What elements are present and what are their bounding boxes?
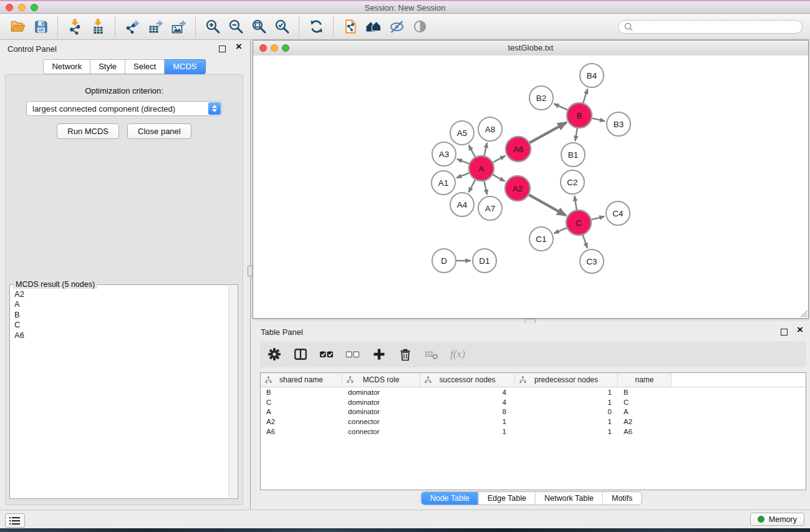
show-graphics-details-button[interactable] (408, 16, 432, 38)
close-table-panel-icon[interactable]: × (797, 324, 803, 336)
close-panel-button[interactable]: Close panel (127, 123, 191, 139)
mcds-result-item[interactable]: A6 (14, 331, 224, 341)
table-cell[interactable]: 1 (515, 387, 618, 397)
mcds-result-item[interactable]: A (14, 299, 224, 309)
resize-grip-icon[interactable] (799, 309, 808, 317)
zoom-out-button[interactable] (224, 16, 248, 38)
table-row[interactable]: Adominator80A (261, 407, 806, 417)
search-box[interactable] (618, 20, 803, 34)
tab-network[interactable]: Network (43, 59, 90, 74)
tab-network-table[interactable]: Network Table (535, 492, 602, 505)
graph-edge-B-B3[interactable] (592, 118, 605, 122)
table-cell[interactable]: dominator (342, 407, 420, 417)
mcds-result-item[interactable]: C (14, 320, 224, 330)
save-session-button[interactable] (29, 16, 52, 38)
table-cell[interactable]: 1 (515, 427, 618, 437)
graph-edge-A2-C[interactable] (529, 195, 566, 215)
table-cell[interactable]: 4 (420, 397, 515, 407)
graph-edge-B-B1[interactable] (576, 128, 577, 141)
graph-edge-A-A3[interactable] (457, 159, 469, 163)
graph-node-A6[interactable]: A6 (506, 137, 531, 162)
column-header-name[interactable]: name (618, 373, 672, 387)
function-builder-button[interactable]: f(x) (450, 346, 466, 362)
table-cell[interactable]: C (261, 397, 342, 407)
home-button[interactable] (362, 16, 385, 38)
table-cell[interactable]: A (261, 407, 342, 417)
column-header-successor-nodes[interactable]: successor nodes (420, 373, 515, 387)
table-row[interactable]: A6connector11A6 (261, 427, 806, 437)
graph-edge-C-C4[interactable] (591, 216, 604, 220)
graph-edge-C-C2[interactable] (574, 196, 576, 210)
table-cell[interactable]: dominator (342, 397, 420, 407)
table-cell[interactable]: 8 (420, 407, 515, 417)
table-cell[interactable]: 1 (420, 417, 515, 427)
open-network-copy-button[interactable] (339, 16, 362, 38)
column-header-mcds-role[interactable]: MCDS role (342, 373, 420, 387)
table-cell[interactable]: 1 (515, 417, 618, 427)
graph-edge-B-B2[interactable] (554, 104, 567, 110)
tab-edge-table[interactable]: Edge Table (478, 492, 535, 505)
table-cell[interactable]: A6 (618, 427, 672, 437)
graph-edge-A-A1[interactable] (456, 173, 469, 178)
add-row-button[interactable] (371, 346, 387, 362)
import-table-button[interactable] (87, 16, 110, 38)
delete-table-button[interactable] (423, 346, 440, 362)
table-cell[interactable]: connector (342, 417, 420, 427)
table-cell[interactable]: A2 (261, 417, 342, 427)
graph-edge-A-A6[interactable] (493, 156, 506, 162)
refresh-button[interactable] (305, 16, 328, 38)
graph-node-A2[interactable]: A2 (505, 176, 530, 201)
deselect-all-rows-button[interactable] (345, 346, 361, 362)
graph-edge-A-A2[interactable] (493, 175, 504, 181)
graph-node-A4[interactable]: A4 (450, 193, 474, 216)
show-panels-button[interactable] (5, 513, 25, 528)
memory-button[interactable]: Memory (750, 513, 804, 526)
graph-edge-A-A4[interactable] (469, 180, 476, 193)
graph-node-C2[interactable]: C2 (561, 170, 584, 194)
tab-select[interactable]: Select (125, 59, 165, 74)
export-network-button[interactable] (121, 16, 144, 38)
graph-edge-B-B4[interactable] (583, 89, 587, 104)
graph-edge-A-A7[interactable] (485, 181, 488, 195)
close-panel-icon[interactable]: × (236, 41, 242, 53)
tab-node-table[interactable]: Node Table (422, 492, 478, 505)
graph-node-A[interactable]: A (469, 156, 494, 181)
table-cell[interactable]: B (261, 387, 342, 397)
export-image-button[interactable] (167, 16, 190, 38)
table-settings-button[interactable] (266, 346, 282, 362)
table-cell[interactable]: C (618, 397, 672, 407)
graph-node-C1[interactable]: C1 (529, 227, 553, 251)
graph-node-A3[interactable]: A3 (432, 142, 456, 166)
zoom-selected-button[interactable] (271, 16, 294, 38)
table-cell[interactable]: connector (342, 427, 420, 437)
table-cell[interactable]: 4 (420, 387, 515, 397)
graph-node-B2[interactable]: B2 (529, 86, 553, 110)
graph-node-D[interactable]: D (432, 249, 456, 273)
delete-rows-button[interactable] (397, 346, 413, 362)
criterion-dropdown[interactable]: largest connected component (directed) (26, 101, 222, 116)
hide-graphics-details-button[interactable] (385, 16, 408, 38)
graph-node-B4[interactable]: B4 (580, 64, 604, 87)
select-all-rows-button[interactable] (319, 346, 335, 362)
graph-edge-C-C3[interactable] (583, 235, 587, 248)
table-cell[interactable]: dominator (342, 387, 420, 397)
table-row[interactable]: Cdominator41C (261, 397, 806, 407)
graph-edge-C-C1[interactable] (554, 228, 567, 233)
network-window-titlebar[interactable]: testGlobe.txt (253, 41, 808, 56)
graph-node-A1[interactable]: A1 (432, 171, 455, 195)
table-cell[interactable]: 0 (515, 407, 618, 417)
graph-edge-A-A5[interactable] (469, 145, 475, 157)
import-network-button[interactable] (64, 16, 87, 38)
graph-node-C[interactable]: C (566, 210, 591, 235)
column-header-predecessor-nodes[interactable]: predecessor nodes (515, 373, 618, 387)
tab-mcds[interactable]: MCDS (165, 59, 205, 74)
search-input[interactable] (636, 22, 797, 32)
tab-style[interactable]: Style (90, 59, 125, 74)
mcds-result-item[interactable]: A2 (14, 289, 224, 299)
network-canvas[interactable]: B4B2BB3A8A5A6A3B1AC2A1A2A4A7C4CC1C3DD1 (253, 56, 808, 318)
table-cell[interactable]: A6 (261, 427, 342, 437)
open-session-button[interactable] (6, 16, 29, 38)
tab-motifs[interactable]: Motifs (602, 492, 641, 505)
table-cell[interactable]: A2 (618, 417, 672, 427)
result-scrollbar[interactable] (228, 286, 237, 498)
